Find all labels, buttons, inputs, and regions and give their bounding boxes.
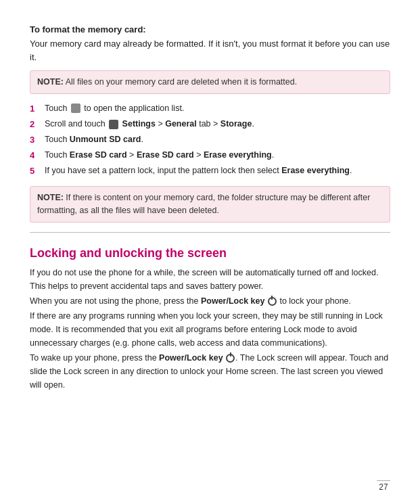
power-icon-2 (226, 354, 235, 363)
step-content-2: Scroll and touch Settings > General tab … (45, 118, 390, 131)
note-text-1: All files on your memory card are delete… (64, 77, 297, 87)
step-num-5: 5 (30, 164, 42, 178)
step-4: 4 Touch Erase SD card > Erase SD card > … (30, 149, 390, 162)
step-3: 3 Touch Unmount SD card. (30, 133, 390, 147)
locking-section: Locking and unlocking the screen If you … (30, 246, 390, 392)
step-content-3: Touch Unmount SD card. (45, 133, 390, 146)
step-num-1: 1 (30, 102, 42, 116)
step-content-4: Touch Erase SD card > Erase SD card > Er… (45, 149, 390, 162)
steps-list: 1 Touch to open the application list. 2 … (30, 102, 390, 179)
step-num-2: 2 (30, 118, 42, 131)
section-title: To format the memory card: (30, 24, 390, 35)
note-box-1: NOTE: All files on your memory card are … (30, 70, 390, 94)
note-label-2: NOTE: (37, 193, 64, 202)
format-section: To format the memory card: Your memory c… (30, 24, 390, 223)
locking-section-heading: Locking and unlocking the screen (30, 246, 390, 260)
note-text-2: If there is content on your memory card,… (37, 193, 370, 215)
note-label-1: NOTE: (37, 77, 64, 87)
locking-para-3: If there are any programs running when y… (30, 309, 390, 350)
settings-icon (109, 120, 118, 129)
step-content-5: If you have set a pattern lock, input th… (45, 164, 390, 177)
page-number: 27 (377, 480, 390, 492)
step-num-3: 3 (30, 133, 42, 147)
step-content-1: Touch to open the application list. (45, 102, 390, 115)
locking-para-2: When you are not using the phone, press … (30, 294, 390, 308)
step-5: 5 If you have set a pattern lock, input … (30, 164, 390, 178)
step-2: 2 Scroll and touch Settings > General ta… (30, 118, 390, 131)
page-content: To format the memory card: Your memory c… (0, 0, 420, 504)
step-num-4: 4 (30, 149, 42, 162)
app-icon (71, 104, 80, 113)
section-body: Your memory card may already be formatte… (30, 37, 390, 64)
locking-para-1: If you do not use the phone for a while,… (30, 266, 390, 293)
note-box-2: NOTE: If there is content on your memory… (30, 186, 390, 223)
section-divider (30, 232, 390, 233)
step-1: 1 Touch to open the application list. (30, 102, 390, 116)
locking-para-4: To wake up your phone, press the Power/L… (30, 351, 390, 392)
power-icon-1 (268, 297, 277, 306)
